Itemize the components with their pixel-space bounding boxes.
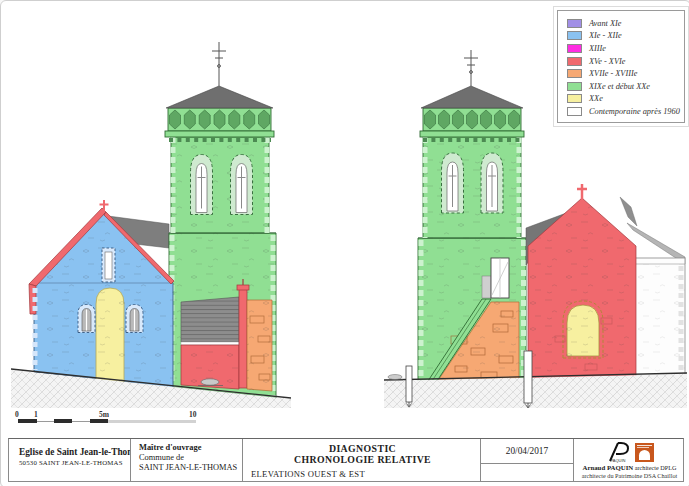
legend-item: XIIIe [567,42,684,55]
legend-label: XIe - XIIe [589,31,622,40]
legend-swatch [567,82,582,91]
architect-name: Arnaud PAQUIN architecte DPLG [578,464,681,471]
legend-swatch [567,107,582,116]
legend-swatch [567,57,582,66]
architect-cell: PAQUIN Arnaud PAQUIN architecte DPLG arc… [573,439,683,481]
scale-label: 5m [99,410,109,419]
drawing-sheet: Avant XIe XIe - XIIe XIIIe XVe - XVIe XV… [0,0,689,486]
legend-item: Contemporaine après 1960 [567,105,684,118]
date-cell: 20/04/2017 [480,439,573,481]
cross-finial-icon [212,42,226,86]
svg-text:PAQUIN: PAQUIN [610,458,625,463]
project-cell: Eglise de Saint Jean-le-Thomas 50530 SAI… [9,439,130,481]
legend-swatch [567,44,582,53]
owner-line: Commune de [139,453,238,462]
east-ground [384,373,687,408]
legend-swatch [567,19,582,28]
legend-item: XVIIe - XVIIIe [567,67,684,80]
paquin-logo-icon: PAQUIN [605,441,631,463]
legend-label: XIIIe [589,44,606,53]
scale-label: 10 [189,410,197,419]
legend-item: Avant XIe [567,17,684,30]
legend-item: XXe [567,93,684,106]
title-block: Eglise de Saint Jean-le-Thomas 50530 SAI… [8,438,684,482]
document-title: DIAGNOSTIC [251,443,474,454]
legend-item: XIe - XIIe [567,30,684,43]
legend-label: XVIIe - XVIIIe [589,69,637,78]
legend-item: XVe - XVIe [567,55,684,68]
legend-label: Contemporaine après 1960 [589,107,680,116]
scale-bar: 0 1 5m 10 [13,410,208,430]
document-title-cell: DIAGNOSTIC CHRONOLOGIE RELATIVE ELEVATIO… [242,439,480,481]
owner-cell: Maître d'ouvrage Commune de SAINT JEAN-L… [130,439,242,481]
legend-swatch [567,69,582,78]
architect-line2: architecte du Patrimoine DSA Chaillot [578,472,681,479]
legend-item: XIXe et début XXe [567,80,684,93]
legend-label: XXe [589,94,603,103]
east-chevet [528,184,636,378]
patrimoine-logo-icon [635,443,654,462]
west-elevation-drawing [6,36,296,408]
downspout [524,351,532,408]
document-title: CHRONOLOGIE RELATIVE [251,454,474,465]
legend-label: XIXe et début XXe [589,82,650,91]
cross-finial-icon [464,50,478,86]
owner-line: SAINT JEAN-LE-THOMAS [139,463,238,472]
project-address: 50530 SAINT JEAN-LE-THOMAS [19,459,126,466]
legend-label: XVe - XVIe [589,57,625,66]
downspout [406,366,412,407]
scale-label: 1 [34,410,38,419]
legend-swatch [567,31,582,40]
document-subtitle: ELEVATIONS OUEST & EST [251,469,474,479]
east-leanto [635,258,685,376]
scale-label: 0 [15,410,19,419]
owner-heading: Maître d'ouvrage [139,443,238,452]
legend-swatch [567,94,582,103]
date-value: 20/04/2017 [481,439,573,464]
project-name: Eglise de Saint Jean-le-Thomas [19,447,126,457]
chevet-cross-icon [577,184,587,199]
legend-box: Avant XIe XIe - XIIe XIIIe XVe - XVIe XV… [557,10,685,123]
legend-label: Avant XIe [589,19,621,28]
